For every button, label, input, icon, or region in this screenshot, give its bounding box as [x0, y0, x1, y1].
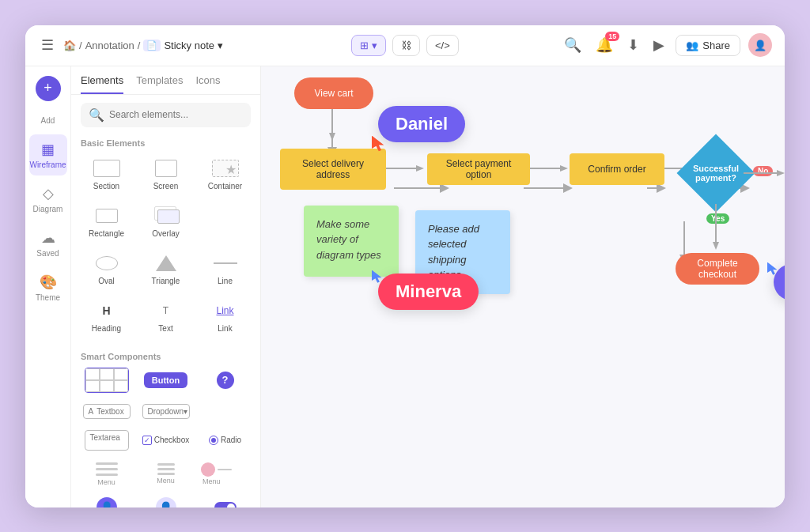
avatar[interactable]: 👤	[748, 33, 772, 57]
smart-toggle-item[interactable]	[198, 494, 252, 507]
arrow-right-1	[386, 167, 426, 170]
play-button[interactable]: ▶	[650, 33, 668, 57]
wireframe-label: Wireframe	[29, 160, 66, 169]
arrow-no	[744, 172, 785, 175]
share-button[interactable]: 👥 Share	[676, 35, 740, 56]
saved-label: Saved	[36, 249, 59, 258]
topbar-center: ⊞ ▾ ⛓ </>	[351, 35, 458, 56]
add-button[interactable]: +	[36, 76, 61, 101]
topbar-right: 🔍 🔔 15 ⬇ ▶ 👥 Share 👤	[468, 33, 772, 57]
smart-textarea-item[interactable]: Textarea	[79, 427, 134, 454]
sidebar-item-add[interactable]: Add	[29, 108, 67, 131]
element-overlay[interactable]: Overlay	[138, 200, 193, 243]
search-button[interactable]: 🔍	[561, 33, 585, 57]
select-payment-node[interactable]: Select payment option	[427, 153, 530, 185]
svg-marker-16	[777, 170, 785, 176]
home-icon[interactable]: 🏠	[63, 40, 76, 51]
element-text[interactable]: T Text	[138, 295, 193, 338]
smart-components-label: Smart Components	[71, 345, 260, 364]
svg-marker-18	[713, 242, 719, 250]
sidebar-item-diagram[interactable]: ◇ Diagram	[29, 179, 67, 220]
basic-elements-label: Basic Elements	[71, 135, 260, 153]
breadcrumb-sep1: /	[79, 40, 82, 51]
element-line[interactable]: Line	[198, 247, 252, 290]
download-button[interactable]: ⬇	[624, 33, 642, 57]
svg-marker-10	[416, 165, 424, 172]
green-sticky-note[interactable]: Make some variety of diagram types	[304, 206, 399, 277]
breadcrumb-annotation[interactable]: Annotation	[85, 40, 134, 51]
element-triangle[interactable]: Triangle	[138, 247, 193, 290]
smart-menu3-item[interactable]: Menu	[198, 458, 252, 489]
arrow-right-2	[530, 167, 570, 170]
share-icon: 👥	[686, 40, 698, 51]
complete-checkout-node[interactable]: Complete checkout	[676, 253, 759, 285]
element-rectangle[interactable]: Rectangle	[79, 200, 134, 243]
element-heading[interactable]: H Heading	[79, 295, 134, 338]
tab-elements[interactable]: Elements	[81, 74, 123, 94]
view-cart-node[interactable]: View cart	[294, 77, 373, 109]
payment-label: Successful payment?	[688, 164, 744, 183]
theme-label: Theme	[36, 293, 60, 302]
topbar: ☰ 🏠 / Annotation / 📄 Sticky note ▾ ⊞ ▾ ⛓…	[25, 25, 785, 66]
link-tool-button[interactable]: ⛓	[392, 35, 420, 56]
element-screen[interactable]: Screen	[138, 153, 193, 195]
chevron-icon: ▾	[218, 40, 223, 51]
icon-bar: + Add ▦ Wireframe ◇ Diagram ☁ Saved 🎨 Th…	[25, 66, 71, 507]
elements-grid: Section Screen ★ Container Rectangle	[71, 153, 260, 345]
element-oval[interactable]: Oval	[79, 247, 134, 290]
breadcrumb-sep2: /	[138, 40, 141, 51]
saved-icon: ☁	[41, 229, 55, 247]
sidebar-item-wireframe[interactable]: ▦ Wireframe	[29, 134, 67, 175]
sidebar-item-theme[interactable]: 🎨 Theme	[29, 267, 67, 308]
theme-icon: 🎨	[40, 274, 57, 291]
notification-badge: 15	[605, 32, 619, 41]
smart-radio-item[interactable]: Radio	[198, 427, 252, 454]
smart-dropdown-item[interactable]: Dropdown ▾	[138, 401, 193, 422]
smart-help-item[interactable]: ?	[198, 364, 252, 396]
smart-button-item[interactable]: Button	[138, 364, 193, 396]
minerva-label[interactable]: Minerva	[378, 274, 479, 310]
smart-textbox-item[interactable]: A Textbox	[79, 401, 134, 422]
elements-panel: Elements Templates Icons 🔍 Basic Element…	[71, 66, 261, 507]
tab-icons[interactable]: Icons	[195, 74, 220, 94]
main-area: + Add ▦ Wireframe ◇ Diagram ☁ Saved 🎨 Th…	[25, 66, 785, 507]
arrow-yes	[714, 204, 717, 251]
add-label: Add	[41, 116, 55, 125]
smart-menu2-item[interactable]: Menu	[138, 458, 193, 489]
breadcrumb-current: 📄 Sticky note ▾	[143, 40, 223, 51]
hamburger-button[interactable]: ☰	[38, 33, 57, 57]
app-window: ☰ 🏠 / Annotation / 📄 Sticky note ▾ ⊞ ▾ ⛓…	[25, 25, 785, 507]
smart-person-icon[interactable]: 👤	[138, 494, 193, 507]
svg-marker-12	[560, 165, 568, 172]
panel-tabs: Elements Templates Icons	[71, 66, 260, 95]
breadcrumb-title: Sticky note	[164, 40, 214, 51]
wireframe-icon: ▦	[41, 141, 55, 158]
smart-avatar-item[interactable]: 👤	[79, 494, 134, 507]
daniel-label[interactable]: Daniel	[378, 106, 465, 142]
select-delivery-node[interactable]: Select delivery address	[280, 149, 386, 190]
notifications-button[interactable]: 🔔 15	[592, 33, 616, 57]
element-section[interactable]: Section	[79, 153, 134, 195]
search-icon: 🔍	[89, 108, 104, 123]
smart-checkbox-item[interactable]: ✓ Checkbox	[138, 427, 193, 454]
frame-tool-button[interactable]: ⊞ ▾	[351, 35, 386, 56]
code-tool-button[interactable]: </>	[426, 35, 459, 56]
tab-templates[interactable]: Templates	[136, 74, 183, 94]
canvas-arrows	[261, 66, 785, 507]
empty-1	[198, 401, 252, 422]
sidebar-item-saved[interactable]: ☁ Saved	[29, 223, 67, 264]
sticky-note-icon: 📄	[143, 40, 161, 51]
diagram-icon: ◇	[43, 185, 54, 202]
diagram-label: Diagram	[33, 205, 63, 213]
element-container[interactable]: ★ Container	[198, 153, 252, 195]
element-link[interactable]: Link Link	[198, 295, 252, 338]
canvas[interactable]: View cart Select delivery address Select…	[261, 66, 785, 507]
smart-menu1-item[interactable]: Menu	[79, 458, 134, 489]
search-input[interactable]	[109, 109, 243, 120]
svg-marker-8	[329, 133, 335, 141]
arrow-down-1	[331, 109, 334, 141]
smart-table-item[interactable]	[79, 364, 134, 396]
search-elements[interactable]: 🔍	[81, 103, 251, 127]
confirm-order-node[interactable]: Confirm order	[570, 153, 664, 185]
topbar-left: ☰ 🏠 / Annotation / 📄 Sticky note ▾	[38, 33, 342, 57]
